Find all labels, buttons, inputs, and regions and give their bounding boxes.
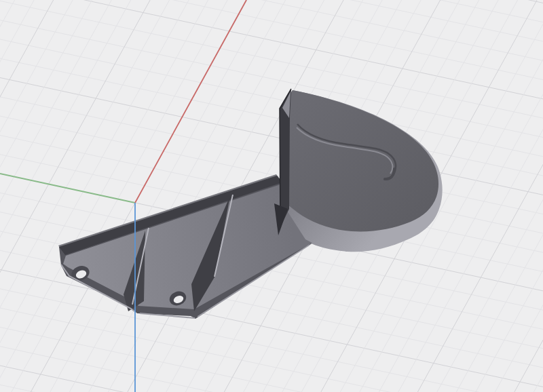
grid-minor-line — [0, 0, 543, 80]
grid-minor-line — [0, 0, 543, 60]
grid-minor-line — [0, 0, 543, 41]
grid-minor-line — [0, 20, 543, 138]
grid-minor-line — [0, 0, 131, 392]
cad-viewport[interactable] — [0, 0, 543, 392]
grid-minor-line — [12, 0, 227, 392]
grid-minor-line — [0, 0, 170, 392]
grid-major-line — [0, 0, 543, 99]
grid-major-line — [514, 0, 543, 392]
grid-major-line — [0, 269, 543, 387]
grid-major-line — [0, 0, 543, 3]
grid-minor-line — [0, 58, 543, 176]
grid-minor-line — [0, 39, 543, 157]
grid-minor-line — [0, 1, 543, 118]
model-bracket[interactable] — [58, 89, 443, 319]
y-axis-green — [0, 174, 135, 203]
grid-minor-line — [0, 0, 73, 392]
grid-minor-line — [0, 0, 111, 392]
viewport-3d-canvas[interactable] — [0, 0, 543, 392]
boss-top-face[interactable] — [281, 90, 438, 231]
grid-minor-line — [476, 0, 543, 392]
